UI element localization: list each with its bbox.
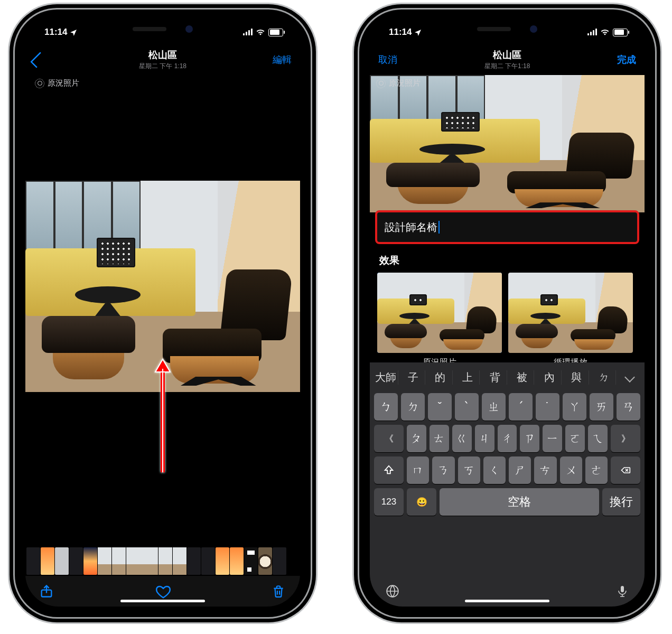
prediction[interactable]: 被	[510, 370, 535, 385]
prediction[interactable]: 背	[483, 370, 507, 385]
key[interactable]: ㄋ	[432, 456, 454, 484]
key[interactable]: ㄇ	[407, 456, 429, 484]
key[interactable]: ˙	[536, 393, 559, 421]
thumbnail[interactable]	[273, 547, 286, 575]
thumbnail-strip[interactable]	[25, 547, 300, 575]
key[interactable]: ㄍ	[452, 425, 472, 452]
key[interactable]: ㄗ	[520, 425, 539, 452]
thumbnail[interactable]	[55, 547, 69, 575]
prediction-bar[interactable]: 大師 子 的 上 背 被 內 與 ㄉ	[372, 366, 642, 389]
thumbnail[interactable]	[216, 547, 229, 575]
key-row-3: ㄇㄋㄎㄑㄕㄘㄨㄜ	[372, 456, 642, 484]
nav-bar-left: 松山區 星期二 下午 1:18 編輯	[25, 44, 300, 75]
prediction[interactable]: 子	[402, 370, 426, 385]
globe-button[interactable]	[386, 584, 399, 598]
svg-rect-6	[621, 586, 624, 592]
prediction[interactable]: 大師	[374, 370, 398, 385]
battery-icon	[268, 29, 283, 36]
prediction-collapse[interactable]	[619, 374, 640, 381]
thumbnail[interactable]	[158, 547, 172, 575]
keyboard[interactable]: 大師 子 的 上 背 被 內 與 ㄉ ㄅㄉˇˋㄓˊ˙ㄚㄞㄢ 《ㄆㄊㄍㄐㄔㄗㄧㄛㄟ…	[370, 362, 645, 607]
wifi-icon	[256, 29, 265, 36]
thumbnail[interactable]	[26, 547, 40, 575]
prediction[interactable]: ㄉ	[592, 370, 617, 385]
key-row-2: 《ㄆㄊㄍㄐㄔㄗㄧㄛㄟ》	[372, 425, 642, 452]
key[interactable]: ㄊ	[430, 425, 449, 452]
key[interactable]: ㄉ	[401, 393, 425, 421]
delete-button[interactable]	[272, 584, 286, 599]
live-photo-icon	[376, 79, 386, 88]
thumbnail[interactable]	[230, 547, 244, 575]
key[interactable]: ㄎ	[458, 456, 480, 484]
home-indicator[interactable]	[120, 600, 205, 602]
done-button[interactable]: 完成	[617, 53, 636, 66]
phone-left: 11:14 松山區	[15, 10, 311, 617]
thumbnail[interactable]	[244, 547, 258, 575]
key[interactable]: ㄑ	[483, 456, 506, 484]
key[interactable]: ㄞ	[590, 393, 613, 421]
status-time: 11:14	[44, 27, 67, 38]
key[interactable]: ㄓ	[482, 393, 506, 421]
key-row-4: 123😀空格換行	[372, 488, 642, 516]
effect-option-loop[interactable]: 循環播放	[508, 273, 633, 368]
thumbnail[interactable]	[83, 547, 97, 575]
chevron-back-icon	[30, 51, 46, 68]
thumbnail[interactable]	[98, 547, 111, 575]
key[interactable]: 《	[374, 425, 404, 452]
caption-text: 設計師名椅	[385, 220, 437, 235]
emoji-key[interactable]: 😀	[407, 488, 436, 516]
thumbnail[interactable]	[112, 547, 126, 575]
key[interactable]: ㄕ	[509, 456, 531, 484]
notch	[438, 20, 576, 38]
nav-bar-right: 取消 松山區 星期二 下午1:18 完成	[370, 44, 645, 75]
key[interactable]: ㄔ	[498, 425, 517, 452]
thumbnail-current[interactable]	[126, 547, 158, 575]
live-photo-label: 原況照片	[48, 78, 79, 88]
return-key[interactable]: 換行	[602, 488, 640, 516]
edit-button[interactable]: 編輯	[273, 53, 292, 66]
favorite-button[interactable]	[155, 584, 170, 599]
key-row-1: ㄅㄉˇˋㄓˊ˙ㄚㄞㄢ	[372, 393, 642, 421]
thumbnail[interactable]	[258, 547, 272, 575]
delete-key[interactable]	[611, 456, 640, 484]
thumbnail[interactable]	[173, 547, 186, 575]
effects-section: 效果 原況照片	[377, 250, 637, 368]
home-indicator[interactable]	[465, 600, 549, 602]
share-button[interactable]	[39, 584, 54, 599]
key[interactable]: ㄟ	[588, 425, 608, 452]
key[interactable]: ㄅ	[374, 393, 398, 421]
nav-title-text: 松山區	[421, 49, 594, 61]
key[interactable]: ˊ	[509, 393, 533, 421]
thumbnail[interactable]	[41, 547, 54, 575]
prediction[interactable]: 的	[428, 370, 453, 385]
key[interactable]: ㄢ	[617, 393, 640, 421]
key[interactable]: ㄚ	[563, 393, 586, 421]
key[interactable]: ㄧ	[543, 425, 562, 452]
back-button[interactable]	[34, 53, 76, 67]
cancel-button[interactable]: 取消	[378, 53, 397, 66]
thumbnail[interactable]	[69, 547, 83, 575]
key[interactable]: ㄐ	[475, 425, 494, 452]
prediction[interactable]: 與	[565, 370, 589, 385]
key[interactable]: ㄜ	[585, 456, 608, 484]
space-key[interactable]: 空格	[440, 488, 599, 516]
key[interactable]: 》	[611, 425, 640, 452]
key[interactable]: ˋ	[455, 393, 479, 421]
edit-photo[interactable]: 原況照片	[370, 75, 645, 212]
key[interactable]: ㄘ	[534, 456, 556, 484]
thumbnail[interactable]	[187, 547, 201, 575]
prediction[interactable]: 上	[456, 370, 480, 385]
caption-input[interactable]: 設計師名椅	[375, 210, 639, 244]
key[interactable]: ˇ	[428, 393, 452, 421]
effect-option-live[interactable]: 原況照片	[377, 273, 502, 368]
key[interactable]: 123	[374, 488, 404, 516]
prediction[interactable]: 內	[537, 370, 562, 385]
shift-key[interactable]	[374, 456, 404, 484]
live-photo-badge: 原況照片	[376, 78, 421, 88]
photo-viewer[interactable]	[25, 75, 300, 548]
thumbnail[interactable]	[201, 547, 215, 575]
key[interactable]: ㄨ	[560, 456, 582, 484]
key[interactable]: ㄆ	[407, 425, 426, 452]
key[interactable]: ㄛ	[565, 425, 585, 452]
dictation-button[interactable]	[616, 584, 629, 598]
